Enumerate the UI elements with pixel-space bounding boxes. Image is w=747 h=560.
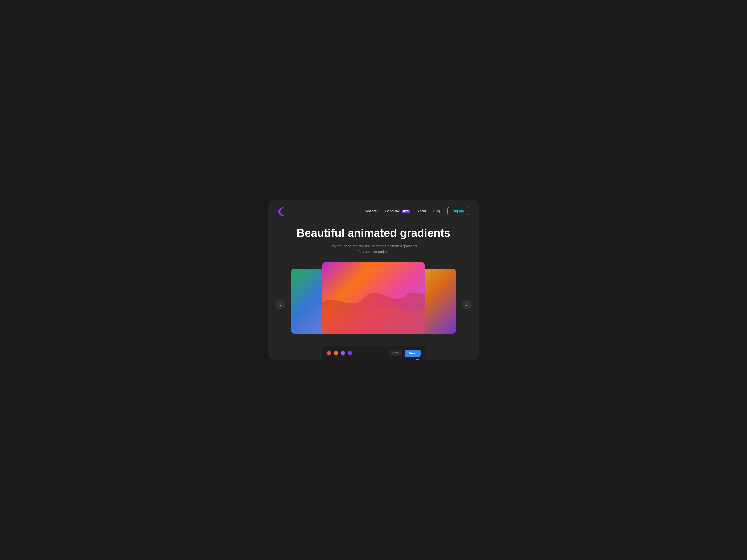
heart-icon: ♡: [392, 351, 395, 355]
new-badge: NEW: [402, 210, 410, 213]
color-dot-3: [340, 350, 345, 355]
hero-subtitle: Explore, generate and use seamless anima…: [278, 243, 469, 255]
color-dot-1: [326, 350, 332, 355]
hero-section: Beautiful animated gradients Explore, ge…: [268, 222, 479, 254]
hero-title: Beautiful animated gradients: [278, 226, 469, 239]
nav-generator-wrap: Generator NEW: [385, 209, 410, 213]
creator-info: Created by Hannah90 H: [383, 359, 421, 359]
prev-button[interactable]: ‹: [276, 300, 285, 310]
like-count: 23: [396, 351, 399, 355]
signup-button[interactable]: Signup: [447, 207, 469, 215]
app-window: Gradients Generator NEW About Blog Signu…: [268, 201, 479, 359]
card-actions: ♡ 23 View: [389, 349, 421, 357]
color-dots: [326, 350, 353, 355]
card-info-top: ♡ 23 View: [326, 349, 421, 357]
like-button[interactable]: ♡ 23: [389, 350, 402, 356]
chevron-left-icon: ‹: [279, 303, 281, 307]
carousel-area: ‹: [268, 255, 479, 359]
main-gradient-card[interactable]: [322, 262, 425, 334]
color-dot-4: [347, 350, 353, 355]
nav-blog[interactable]: Blog: [434, 209, 440, 213]
svg-point-1: [280, 208, 287, 215]
nav-gradients[interactable]: Gradients: [364, 209, 378, 213]
logo[interactable]: [278, 207, 286, 215]
gradient-preview: [322, 262, 425, 334]
color-dot-2: [333, 350, 338, 355]
card-info-bottom: 2 days ago Created by Hannah90 H: [326, 359, 421, 359]
card-info-panel: ♡ 23 View 2 days ago Created by Hannah90…: [322, 346, 425, 359]
avatar: H: [414, 359, 421, 359]
navbar: Gradients Generator NEW About Blog Signu…: [268, 201, 479, 222]
chevron-right-icon: ›: [466, 303, 467, 307]
view-button[interactable]: View: [405, 349, 421, 357]
nav-about[interactable]: About: [417, 209, 426, 213]
next-button[interactable]: ›: [462, 300, 471, 310]
nav-generator[interactable]: Generator: [385, 209, 400, 213]
nav-links: Gradients Generator NEW About Blog Signu…: [364, 207, 469, 215]
cards-container: ♡ 23 View 2 days ago Created by Hannah90…: [313, 262, 434, 348]
